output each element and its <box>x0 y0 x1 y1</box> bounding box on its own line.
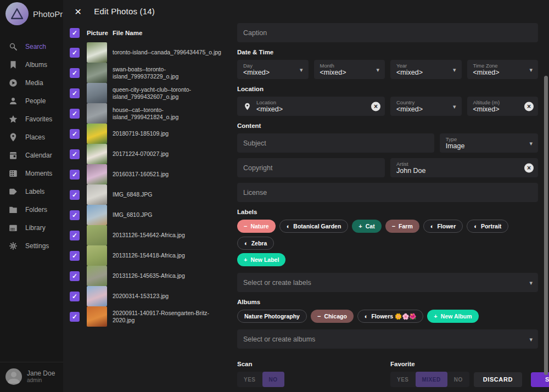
form-scrollbar[interactable] <box>544 76 548 375</box>
scan-option-no[interactable]: NO <box>262 372 284 387</box>
sidebar-item-media[interactable]: Media <box>0 74 63 92</box>
photo-thumbnail[interactable] <box>87 306 107 327</box>
discard-button[interactable]: DISCARD <box>474 372 522 387</box>
photo-thumbnail[interactable] <box>87 103 107 124</box>
sidebar-item-search[interactable]: Search <box>0 37 63 55</box>
label-chip-portrait[interactable]: ◐Portrait <box>467 220 508 233</box>
sidebar-item-calendar[interactable]: Calendar <box>0 146 63 164</box>
country-value: <mixed> <box>396 105 456 114</box>
album-chip-new-album[interactable]: +New Album <box>427 310 478 323</box>
labels-combobox[interactable]: Select or create labels ▾ <box>237 273 538 292</box>
photo-checkbox[interactable]: ✓ <box>70 312 80 322</box>
sidebar-item-places[interactable]: Places <box>0 128 63 146</box>
column-header-picture: Picture <box>87 30 113 36</box>
album-chip-nature-photography[interactable]: Nature Photography <box>237 310 307 323</box>
photo-row: ✓20180719-185109.jpg <box>70 124 231 144</box>
photo-checkbox[interactable]: ✓ <box>70 68 80 78</box>
photo-checkbox[interactable]: ✓ <box>70 231 80 240</box>
type-select[interactable]: Type Image ▾ <box>440 133 538 153</box>
photo-checkbox[interactable]: ✓ <box>70 170 80 180</box>
sidebar-item-people[interactable]: People <box>0 92 63 110</box>
label-chip-flower[interactable]: ◐Flower <box>423 220 463 233</box>
label-chip-zebra[interactable]: ◐Zebra <box>237 237 274 250</box>
location-input[interactable]: Location <mixed> × <box>237 97 385 116</box>
sidebar-item-label: Media <box>25 79 43 87</box>
photo-checkbox[interactable]: ✓ <box>70 190 80 200</box>
photo-checkbox[interactable]: ✓ <box>70 129 80 139</box>
app-root: PhotoPrism SearchAlbumsMediaPeopleFavori… <box>0 0 549 392</box>
photo-checkbox[interactable]: ✓ <box>70 88 80 98</box>
select-all-checkbox[interactable]: ✓ <box>70 28 80 38</box>
albums-combobox-placeholder: Select or create albums <box>243 335 532 343</box>
photo-thumbnail[interactable] <box>87 225 107 245</box>
clear-icon[interactable]: × <box>524 102 534 111</box>
sidebar-item-label: Settings <box>25 242 49 250</box>
sidebar-item-library[interactable]: Library <box>0 219 63 237</box>
photo-thumbnail[interactable] <box>87 63 107 83</box>
country-select[interactable]: Country <mixed> ▾ <box>390 97 462 116</box>
photo-thumbnail[interactable] <box>87 83 107 103</box>
favorite-option-yes[interactable]: YES <box>390 372 416 387</box>
photo-thumbnail[interactable] <box>87 205 107 225</box>
sidebar-user[interactable]: Jane Doe admin <box>0 362 63 392</box>
photo-checkbox[interactable]: ✓ <box>70 271 80 281</box>
clear-icon[interactable]: × <box>524 163 534 172</box>
date-time-heading: Date & Time <box>237 49 538 55</box>
label-chip-botanical-garden[interactable]: ◐Botanical Garden <box>279 220 349 233</box>
favorite-option-no[interactable]: NO <box>447 372 469 387</box>
artist-input[interactable]: Artist John Doe × <box>390 158 538 177</box>
chip-label: Flower <box>437 223 456 229</box>
photo-thumbnail[interactable] <box>87 245 107 266</box>
day-select[interactable]: Day <mixed> ▾ <box>237 60 309 79</box>
label-chip-cat[interactable]: +Cat <box>352 220 381 233</box>
altitude-input[interactable]: Altitude (m) <mixed> × <box>467 97 539 116</box>
sidebar-item-albums[interactable]: Albums <box>0 55 63 74</box>
photo-list-header: ✓ Picture File Name <box>70 25 231 41</box>
album-chip-chicago[interactable]: −Chicago <box>311 310 354 323</box>
label-chip-nature[interactable]: −Nature <box>237 220 276 233</box>
photo-thumbnail[interactable] <box>87 164 107 184</box>
license-input[interactable]: License <box>237 183 538 202</box>
photo-thumbnail[interactable] <box>87 124 107 144</box>
label-chips: −Nature◐Botanical Garden+Cat−Farm◐Flower… <box>237 220 538 250</box>
photo-thumbnail[interactable] <box>87 144 107 164</box>
caption-input[interactable]: Caption <box>237 23 538 42</box>
sidebar-item-settings[interactable]: Settings <box>0 237 63 255</box>
add-new-label[interactable]: +New Label <box>237 253 285 266</box>
photo-checkbox[interactable]: ✓ <box>70 251 80 261</box>
photo-thumbnail[interactable] <box>87 286 107 306</box>
location-row: Location <mixed> × Country <mixed> ▾ Alt… <box>237 97 538 116</box>
sidebar-item-folders[interactable]: Folders <box>0 200 63 219</box>
caption-placeholder: Caption <box>243 29 532 37</box>
copyright-input[interactable]: Copyright <box>237 158 385 177</box>
brand[interactable]: PhotoPrism <box>0 0 63 27</box>
sidebar-item-labels[interactable]: Labels <box>0 182 63 200</box>
label-chip-farm[interactable]: −Farm <box>385 220 419 233</box>
clear-icon[interactable]: × <box>371 102 380 111</box>
type-value: Image <box>446 142 532 150</box>
album-chip-flowers[interactable]: ◐Flowers 🌼🌸🌺 <box>357 310 424 323</box>
content-heading: Content <box>237 122 538 129</box>
favorite-option-mixed[interactable]: MIXED <box>416 372 447 387</box>
film-icon <box>8 169 18 178</box>
photo-checkbox[interactable]: ✓ <box>70 109 80 119</box>
photo-thumbnail[interactable] <box>87 42 107 63</box>
photo-checkbox[interactable]: ✓ <box>70 210 80 220</box>
sidebar-item-favorites[interactable]: Favorites <box>0 110 63 128</box>
photo-checkbox[interactable]: ✓ <box>70 292 80 301</box>
chevron-down-icon: ▾ <box>300 66 303 73</box>
photo-checkbox[interactable]: ✓ <box>70 149 80 159</box>
sidebar-item-moments[interactable]: Moments <box>0 164 63 182</box>
photo-thumbnail[interactable] <box>87 184 107 205</box>
albums-combobox[interactable]: Select or create albums ▾ <box>237 329 538 349</box>
albums-heading: Albums <box>237 299 538 305</box>
month-select[interactable]: Month <mixed> ▾ <box>314 60 385 79</box>
year-select[interactable]: Year <mixed> ▾ <box>390 60 462 79</box>
scan-option-yes[interactable]: YES <box>237 372 262 387</box>
close-icon[interactable]: × <box>75 5 81 17</box>
time-zone-select[interactable]: Time Zone <mixed> ▾ <box>467 60 539 79</box>
photo-checkbox[interactable]: ✓ <box>70 48 80 58</box>
subject-input[interactable]: Subject <box>237 133 434 153</box>
photo-thumbnail[interactable] <box>87 266 107 286</box>
scan-heading: Scan <box>237 361 385 367</box>
